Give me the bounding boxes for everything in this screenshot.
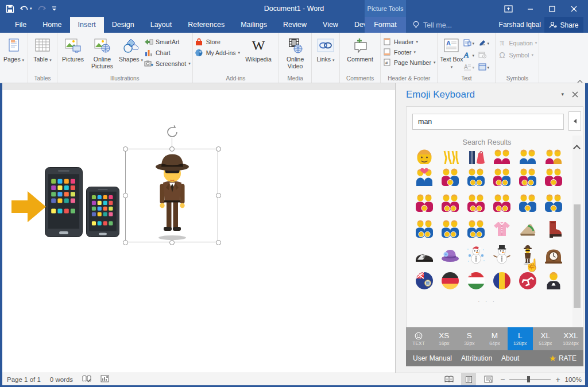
online-pictures-button[interactable]: Online Pictures: [87, 34, 118, 69]
resize-handle-bottom-left[interactable]: [123, 240, 128, 245]
collapse-ribbon-icon[interactable]: [577, 76, 583, 80]
emoji-man-and-woman-holding-hands[interactable]: [540, 149, 566, 164]
link-attribution[interactable]: Attribution: [461, 354, 492, 362]
minimize-button[interactable]: [520, 0, 540, 17]
document-page[interactable]: [2, 90, 395, 373]
shapes-button[interactable]: Shapes ▾: [118, 34, 144, 64]
emoji-family-woman-woman-boys[interactable]: [463, 190, 489, 216]
symbol-button[interactable]: ΩSymbol▾: [497, 51, 537, 60]
emoji-snowman-without-snow[interactable]: [489, 242, 514, 268]
emoji-family-man-man-girl-boy[interactable]: [463, 216, 489, 242]
pane-close-icon[interactable]: [572, 91, 578, 99]
table-button[interactable]: Table ▾: [30, 34, 55, 64]
size-button-text[interactable]: TEXT: [406, 327, 431, 350]
selection-box[interactable]: [125, 149, 218, 242]
read-mode-button[interactable]: [442, 373, 457, 385]
emoji-flag-cayman-islands[interactable]: [411, 268, 437, 293]
wikipedia-button[interactable]: WWikipedia: [240, 34, 277, 63]
emoji-family-man-man-boys[interactable]: [437, 216, 463, 242]
emoji-family-man-woman-boys[interactable]: [489, 164, 514, 190]
emoji-man-in-tuxedo[interactable]: [540, 268, 566, 293]
emoji-family-man-girl[interactable]: [540, 190, 566, 216]
resize-handle-middle-right[interactable]: [216, 193, 221, 198]
resize-handle-bottom-center[interactable]: [169, 240, 175, 245]
word-count[interactable]: 0 words: [50, 376, 73, 383]
emoji-family-woman-woman-girl-boy[interactable]: [437, 190, 463, 216]
object-button[interactable]: ▾: [478, 61, 493, 73]
zoom-slider[interactable]: [509, 373, 551, 385]
emoji-mantelpiece-clock[interactable]: [540, 242, 566, 268]
emoji-couple-with-heart[interactable]: [411, 164, 437, 190]
signature-line-button[interactable]: ▾: [478, 37, 493, 49]
link-about[interactable]: About: [501, 354, 519, 362]
equation-button[interactable]: πEquation▾: [497, 38, 537, 48]
emoji-family-man-boy[interactable]: [514, 190, 540, 216]
wordart-button[interactable]: A▾: [463, 49, 478, 61]
pane-options-arrow-icon[interactable]: ▾: [561, 91, 564, 99]
emoji-family-man-woman-girls[interactable]: [514, 164, 540, 190]
zoom-out-button[interactable]: −: [500, 375, 505, 384]
size-button-m[interactable]: M64px: [482, 327, 507, 350]
scroll-up-icon[interactable]: [573, 145, 581, 152]
emoji-womans-clothes[interactable]: [489, 216, 514, 242]
emoji-clothes[interactable]: [463, 149, 489, 164]
tab-view[interactable]: View: [315, 17, 346, 33]
emoji-womans-boots[interactable]: [540, 216, 566, 242]
print-layout-button[interactable]: [461, 373, 476, 385]
maximize-button[interactable]: [542, 0, 562, 17]
date-time-button[interactable]: [478, 49, 493, 61]
resize-handle-top-center[interactable]: [169, 146, 175, 152]
close-button[interactable]: [564, 0, 583, 17]
tab-file[interactable]: File: [7, 17, 34, 33]
footer-button[interactable]: Footer▾: [382, 48, 435, 56]
emoji-family-man-woman-girl-boy[interactable]: [463, 164, 489, 190]
emoji-mans-shoe[interactable]: [411, 242, 437, 268]
emoji-flag-oman[interactable]: [463, 268, 489, 293]
resize-handle-middle-left[interactable]: [123, 193, 128, 198]
emoji-two-women-holding-hands[interactable]: [489, 149, 514, 164]
store-button[interactable]: Store: [195, 38, 240, 46]
screenshot-button[interactable]: Screenshot▾: [144, 60, 191, 67]
emoji-mobile-phone[interactable]: [86, 187, 119, 237]
resize-handle-bottom-right[interactable]: [216, 240, 221, 245]
tab-format[interactable]: Format: [365, 17, 406, 33]
size-button-xl[interactable]: XL512px: [533, 327, 558, 350]
macro-recording-icon[interactable]: [100, 375, 109, 384]
proofing-errors-icon[interactable]: [82, 375, 91, 384]
tab-design[interactable]: Design: [104, 17, 142, 33]
emoji-man-in-suit-levitating[interactable]: [144, 152, 201, 241]
emoji-family-woman-woman-girls[interactable]: [489, 190, 514, 216]
emoji-family-woman-woman-girl[interactable]: [411, 190, 437, 216]
size-button-l[interactable]: L128px: [508, 327, 533, 350]
resize-handle-top-right[interactable]: [216, 146, 221, 152]
emoji-mobile-phone-with-arrow[interactable]: [11, 167, 83, 238]
emoji-family-man-man-girls[interactable]: [411, 216, 437, 242]
emoji-two-men-holding-hands[interactable]: [514, 149, 540, 164]
emoji-snowman[interactable]: [463, 242, 489, 268]
emoji-search-input[interactable]: [412, 114, 564, 130]
links-button[interactable]: Links ▾: [314, 34, 338, 64]
tab-home[interactable]: Home: [34, 17, 69, 33]
quick-parts-button[interactable]: ▾: [463, 37, 478, 49]
emoji-scrollbar[interactable]: [572, 136, 582, 345]
tab-mailings[interactable]: Mailings: [233, 17, 275, 33]
header-button[interactable]: Header▾: [382, 38, 435, 45]
emoji-dancing-women[interactable]: [437, 149, 463, 164]
emoji-womans-sandal[interactable]: [514, 216, 540, 242]
scrollbar-thumb[interactable]: [574, 204, 581, 308]
drop-cap-button[interactable]: A▾: [463, 61, 478, 73]
rate-button[interactable]: ★RATE: [549, 354, 577, 363]
zoom-in-button[interactable]: +: [555, 375, 560, 384]
web-layout-button[interactable]: [481, 373, 496, 385]
share-button[interactable]: Share: [544, 17, 583, 33]
resize-handle-top-left[interactable]: [123, 146, 128, 152]
emoji-womans-hat[interactable]: [437, 242, 463, 268]
emoji-flag-romania[interactable]: [489, 268, 514, 293]
ribbon-display-options-button[interactable]: [498, 0, 518, 17]
emoji-flag-germany[interactable]: [437, 268, 463, 293]
chart-button[interactable]: Chart: [144, 49, 191, 57]
tab-references[interactable]: References: [180, 17, 233, 33]
pages-button[interactable]: Pages ▾: [2, 34, 26, 64]
zoom-slider-thumb[interactable]: [527, 376, 530, 382]
emoji-family-man-woman-girl[interactable]: [437, 164, 463, 190]
